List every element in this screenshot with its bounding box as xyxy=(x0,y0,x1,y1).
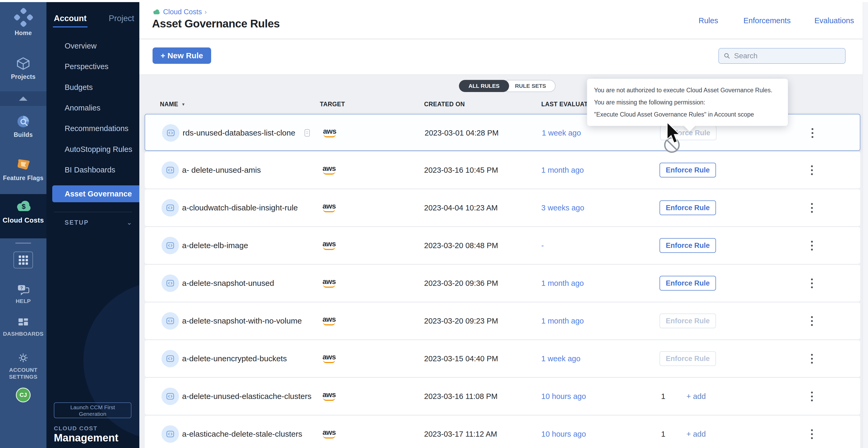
rule-icon-badge xyxy=(161,237,179,254)
nav-item-autostopping-rules[interactable]: AutoStopping Rules xyxy=(65,145,132,154)
enforce-rule-button[interactable]: Enforce Rule xyxy=(659,276,716,290)
add-enforcement-link[interactable]: + add xyxy=(686,416,706,448)
search-input[interactable] xyxy=(734,52,841,60)
last-evaluation-link[interactable]: 10 hours ago xyxy=(541,416,586,448)
rule-name-text: a-elasticache-delete-stale-clusters xyxy=(182,429,302,439)
sidebar-item-account-settings[interactable]: ACCOUNT SETTINGS xyxy=(0,351,46,380)
created-on-cell: 2023-03-20 09:36 PM xyxy=(424,265,498,302)
sidebar-item-feature-flags[interactable]: Feature Flags xyxy=(0,157,46,182)
rule-name[interactable]: a-delete-unencrypted-buckets xyxy=(182,340,287,377)
rule-icon xyxy=(165,278,175,288)
rule-name[interactable]: rds-unused-databases-list-clone xyxy=(183,114,311,151)
table-row[interactable]: a-delete-unused-elasticache-clustersaws2… xyxy=(145,378,860,415)
rule-name[interactable]: a-delete-elb-image xyxy=(182,227,248,264)
nav-item-budgets[interactable]: Budgets xyxy=(65,83,93,92)
new-rule-button[interactable]: + New Rule xyxy=(153,47,211,64)
row-menu-button[interactable] xyxy=(806,378,817,415)
rule-name[interactable]: a-delete-unused-elasticache-clusters xyxy=(182,378,311,415)
sidebar-item-home[interactable]: Home xyxy=(0,7,46,37)
rule-name[interactable]: a-delete-snapshot-with-no-volume xyxy=(182,303,302,339)
copy-icon[interactable] xyxy=(304,129,311,137)
sidebar-item-cloud-costs[interactable]: $ Cloud Costs xyxy=(0,199,46,225)
table-row[interactable]: a- delete-unused-amisaws2023-03-16 10:45… xyxy=(145,151,860,188)
row-menu-button[interactable] xyxy=(806,265,817,302)
toggle-rule-sets[interactable]: RULE SETS xyxy=(502,80,556,92)
sidebar-item-label: Cloud Costs xyxy=(0,216,46,225)
sidebar-item-projects[interactable]: Projects xyxy=(0,56,46,80)
sidebar-item-dashboards[interactable]: DASHBOARDS xyxy=(0,317,46,337)
tab-project[interactable]: Project xyxy=(109,14,134,23)
product-title: Management xyxy=(54,432,119,444)
rule-name[interactable]: a- delete-unused-amis xyxy=(182,151,261,188)
last-evaluation-link[interactable]: 1 week ago xyxy=(542,114,581,151)
link-enforcements[interactable]: Enforcements xyxy=(743,16,791,25)
nav-item-anomalies[interactable]: Anomalies xyxy=(65,104,100,112)
enforce-rule-button[interactable]: Enforce Rule xyxy=(659,163,716,177)
search-box[interactable] xyxy=(718,48,845,64)
nav-item-perspectives[interactable]: Perspectives xyxy=(65,62,108,71)
user-avatar[interactable]: CJ xyxy=(16,388,31,402)
last-evaluation-link[interactable]: 1 month ago xyxy=(541,151,584,188)
target-cell: aws xyxy=(320,114,339,151)
rule-name[interactable]: a-elasticache-delete-stale-clusters xyxy=(182,416,302,448)
created-on-cell: 2023-03-20 09:23 PM xyxy=(424,303,498,339)
last-evaluation-link[interactable]: 1 month ago xyxy=(541,303,584,339)
row-menu-button[interactable] xyxy=(806,416,817,448)
tooltip-line: "Execute Cloud Asset Governance Rules" i… xyxy=(594,108,781,120)
last-evaluation-link[interactable]: 1 month ago xyxy=(541,265,584,302)
link-evaluations[interactable]: Evaluations xyxy=(814,16,854,25)
table-row[interactable]: a-delete-unencrypted-bucketsaws2023-03-1… xyxy=(145,340,860,377)
sidebar-item-help[interactable]: ? HELP xyxy=(0,284,46,304)
row-menu-button[interactable] xyxy=(806,189,817,226)
nav-item-bi-dashboards[interactable]: BI Dashboards xyxy=(65,166,115,174)
add-enforcement-link[interactable]: + add xyxy=(686,378,706,415)
rule-icon xyxy=(165,354,175,364)
row-menu-button[interactable] xyxy=(806,227,817,264)
last-evaluation-link[interactable]: 10 hours ago xyxy=(541,378,586,415)
last-evaluation-link[interactable]: 3 weeks ago xyxy=(541,189,584,226)
table-row[interactable]: a-cloudwatch-disable-insight-ruleaws2023… xyxy=(145,189,860,226)
nav-item-asset-governance[interactable]: Asset Governance xyxy=(52,185,140,202)
module-picker-button[interactable] xyxy=(13,251,33,269)
apps-grid-icon xyxy=(19,255,28,265)
table-row[interactable]: a-elasticache-delete-stale-clustersaws20… xyxy=(145,416,860,448)
nav-setup-section[interactable]: SETUP ⌄ xyxy=(65,219,132,226)
enforce-rule-button[interactable]: Enforce Rule xyxy=(659,238,716,253)
row-menu-button[interactable] xyxy=(806,151,817,188)
column-header-name[interactable]: NAME▼ xyxy=(160,101,186,108)
rail-scroll-up[interactable] xyxy=(0,91,46,106)
aws-logo-icon: aws xyxy=(322,279,336,284)
table-row[interactable]: a-delete-snapshot-with-no-volumeaws2023-… xyxy=(145,303,860,339)
rule-icon xyxy=(165,429,175,439)
rule-name[interactable]: a-cloudwatch-disable-insight-rule xyxy=(182,189,298,226)
column-header-target: TARGET xyxy=(320,101,345,108)
tab-account[interactable]: Account xyxy=(54,14,87,23)
enforce-rule-button[interactable]: Enforce Rule xyxy=(659,200,716,215)
rule-name[interactable]: a-delete-snapshot-unused xyxy=(182,265,274,302)
rule-name-text: a- delete-unused-amis xyxy=(182,166,261,175)
target-cell: aws xyxy=(320,151,338,188)
breadcrumb-link-cloud-costs[interactable]: Cloud Costs xyxy=(163,8,202,16)
row-menu-button[interactable] xyxy=(807,114,818,151)
link-rules[interactable]: Rules xyxy=(699,16,718,25)
last-evaluation-link[interactable]: 1 week ago xyxy=(541,340,580,377)
launch-ccm-first-gen-button[interactable]: Launch CCM First Generation xyxy=(54,402,131,418)
tooltip-line: You are not authorized to execute Cloud … xyxy=(594,84,781,96)
enforce-rule-button[interactable]: Enforce Rule xyxy=(659,313,716,328)
aws-smile-icon xyxy=(323,247,335,250)
row-menu-button[interactable] xyxy=(806,303,817,339)
table-row[interactable]: a-delete-elb-imageaws2023-03-20 08:48 PM… xyxy=(145,227,860,264)
scrollbar-track[interactable] xyxy=(863,2,868,448)
created-on-cell: 2023-03-16 10:45 PM xyxy=(424,151,498,188)
nav-item-recommendations[interactable]: Recommendations xyxy=(65,124,128,133)
toggle-all-rules[interactable]: ALL RULES xyxy=(459,80,509,92)
app-window: Home Projects Builds xyxy=(0,0,868,448)
sidebar-item-builds[interactable]: Builds xyxy=(0,114,46,138)
sidebar-item-label: Projects xyxy=(0,73,46,80)
table-row[interactable]: a-delete-snapshot-unusedaws2023-03-20 09… xyxy=(145,265,860,302)
enforce-rule-button[interactable]: Enforce Rule xyxy=(659,351,716,366)
setup-label: SETUP xyxy=(65,219,89,226)
nav-item-overview[interactable]: Overview xyxy=(65,42,97,50)
last-evaluation-link[interactable]: - xyxy=(541,227,544,264)
row-menu-button[interactable] xyxy=(806,340,817,377)
